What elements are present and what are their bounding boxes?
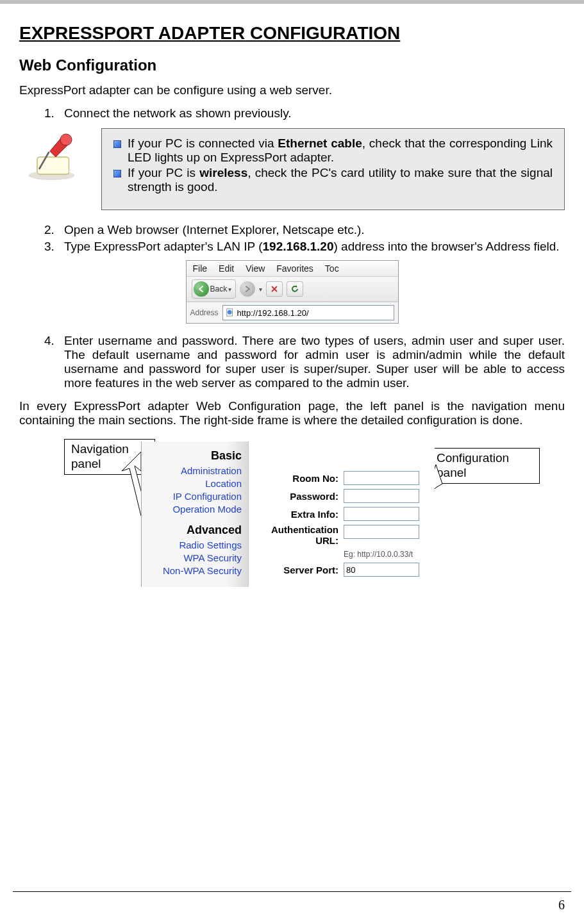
note1-part1: If your PC is connected via <box>128 136 278 150</box>
back-label: Back <box>210 285 228 293</box>
page-title: EXPRESSPORT ADAPTER CONFIGURATION <box>19 23 565 44</box>
hint-auth-url: Eg: http://10.0.0.33/t <box>344 550 428 559</box>
configuration-panel: Room No: Password: Extra Info: Authentic… <box>248 441 435 587</box>
note2-bold: wireless <box>199 166 247 179</box>
input-room-no[interactable] <box>344 471 419 485</box>
step-4: Enter username and password. There are t… <box>58 334 565 390</box>
step3-ip: 192.168.1.20 <box>263 240 334 253</box>
nav-radio-settings[interactable]: Radio Settings <box>146 540 242 550</box>
page-icon <box>226 308 235 317</box>
chevron-down-icon[interactable]: ▾ <box>259 286 262 293</box>
note1-bold: Ethernet cable <box>278 136 362 150</box>
menu-tools-cut[interactable]: Toc <box>325 263 339 274</box>
note-box: If your PC is connected via Ethernet cab… <box>101 128 565 210</box>
label-server-port: Server Port: <box>262 565 338 575</box>
pushpin-icon <box>19 128 90 188</box>
menu-favorites[interactable]: Favorites <box>276 263 313 274</box>
layout-description: In every ExpressPort adapter Web Configu… <box>19 399 565 427</box>
callout-config-panel: Configuration panel <box>430 448 540 484</box>
back-button[interactable]: Back ▾ <box>192 279 237 299</box>
menu-edit[interactable]: Edit <box>219 263 234 274</box>
nav-wpa-security[interactable]: WPA Security <box>146 552 242 563</box>
back-arrow-icon <box>194 281 209 297</box>
nav-advanced-header: Advanced <box>146 524 242 537</box>
nav-nonwpa-security[interactable]: Non-WPA Security <box>146 565 242 576</box>
input-auth-url[interactable] <box>344 525 419 539</box>
menu-file[interactable]: File <box>193 263 208 274</box>
nav-ip-configuration[interactable]: IP Configuration <box>146 491 242 502</box>
refresh-button[interactable] <box>287 281 303 297</box>
address-input[interactable]: http://192.168.1.20/ <box>222 305 394 320</box>
config-ui-screenshot: Basic Administration Location IP Configu… <box>141 441 435 587</box>
svg-point-5 <box>227 310 231 315</box>
browser-screenshot: File Edit View Favorites Toc Back ▾ ▾ <box>186 260 399 324</box>
stop-button[interactable] <box>266 281 283 297</box>
input-extra-info[interactable] <box>344 507 419 521</box>
browser-menubar: File Edit View Favorites Toc <box>187 261 398 277</box>
address-label: Address <box>190 308 219 317</box>
page-number: 6 <box>558 898 565 912</box>
svg-point-3 <box>60 134 72 145</box>
label-password: Password: <box>262 491 338 502</box>
menu-view[interactable]: View <box>246 263 265 274</box>
label-auth-url: Authentication URL: <box>262 525 338 546</box>
nav-location[interactable]: Location <box>146 478 242 489</box>
step-3: Type ExpressPort adapter's LAN IP (192.1… <box>58 240 565 254</box>
label-room-no: Room No: <box>262 473 338 484</box>
note2-part1: If your PC is <box>128 166 199 179</box>
forward-button[interactable] <box>240 281 255 297</box>
label-extra-info: Extra Info: <box>262 509 338 520</box>
address-url: http://192.168.1.20/ <box>237 308 309 318</box>
bullet-icon <box>113 170 121 177</box>
step3-a: Type ExpressPort adapter's LAN IP ( <box>64 240 263 253</box>
nav-administration[interactable]: Administration <box>146 465 242 476</box>
nav-operation-mode[interactable]: Operation Mode <box>146 504 242 515</box>
section-title: Web Configuration <box>19 56 565 74</box>
input-server-port[interactable] <box>344 563 419 577</box>
nav-basic-header: Basic <box>146 449 242 463</box>
step-1: Connect the network as shown previously. <box>58 106 565 120</box>
intro-text: ExpressPort adapter can be configure usi… <box>19 83 565 97</box>
input-password[interactable] <box>344 489 419 503</box>
step-2: Open a Web browser (Internet Explorer, N… <box>58 223 565 237</box>
step3-c: ) address into the browser's Address fie… <box>333 240 559 253</box>
footer-divider <box>13 891 571 892</box>
bullet-icon <box>113 140 121 148</box>
chevron-down-icon[interactable]: ▾ <box>228 286 231 293</box>
navigation-panel: Basic Administration Location IP Configu… <box>142 441 248 587</box>
